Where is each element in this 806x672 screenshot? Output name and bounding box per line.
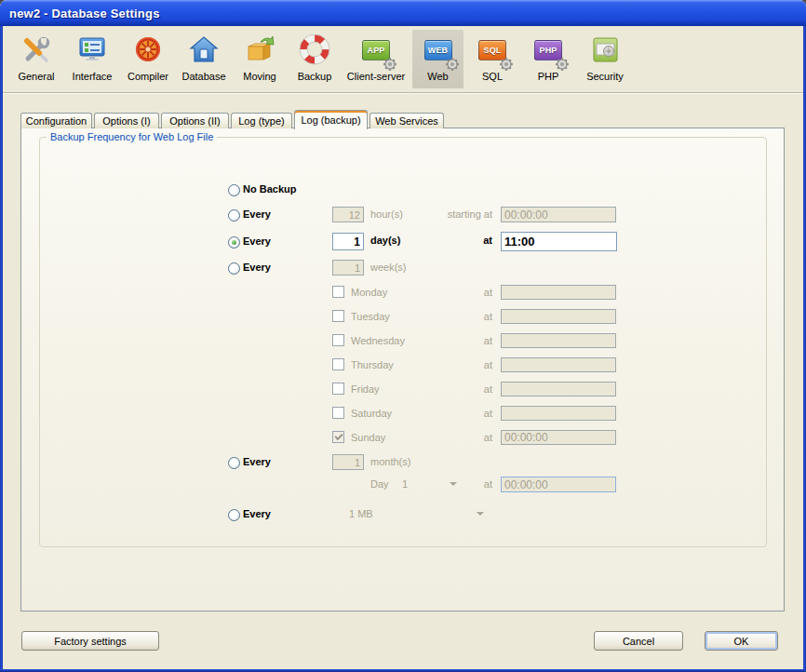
at-label: at xyxy=(470,383,492,395)
day-of-month-dropdown-arrow-icon xyxy=(450,482,457,486)
sunday-time-input xyxy=(501,430,616,445)
php-badge: PHP xyxy=(539,46,557,55)
checkbox-saturday xyxy=(332,407,344,419)
every-months-label[interactable]: Every xyxy=(243,456,271,467)
monday-time-input xyxy=(501,285,616,300)
titlebar[interactable]: new2 - Database Settings xyxy=(0,0,806,26)
app-badge: APP xyxy=(367,46,384,55)
at-label: at xyxy=(470,311,492,322)
week-interval-input xyxy=(332,260,364,276)
security-disc-icon xyxy=(586,32,624,69)
at-label: at xyxy=(465,235,492,246)
tab-web-services[interactable]: Web Services xyxy=(369,113,444,128)
sql-monitor-icon: SQL xyxy=(474,32,511,69)
checkbox-sunday xyxy=(332,431,344,443)
toolbar-item-general[interactable]: General xyxy=(13,30,60,88)
tab-label: Log (type) xyxy=(238,115,285,127)
weeks-unit-label: week(s) xyxy=(370,262,407,273)
radio-every-size[interactable] xyxy=(228,509,240,521)
toolbar-item-label: Moving xyxy=(243,71,275,82)
gear-icon xyxy=(499,57,514,72)
tab-log-type[interactable]: Log (type) xyxy=(231,113,292,128)
tab-log-backup[interactable]: Log (backup) xyxy=(294,110,368,129)
day-interval-input[interactable] xyxy=(332,233,364,250)
radio-every-days[interactable] xyxy=(228,236,240,249)
web-badge: WEB xyxy=(428,46,449,55)
toolbar-item-label: Web xyxy=(427,71,448,82)
day-time-input[interactable] xyxy=(501,232,617,251)
size-dropdown-arrow-icon xyxy=(477,512,484,516)
radio-no-backup[interactable] xyxy=(228,184,240,196)
at-label: at xyxy=(470,408,492,419)
day-of-month-value: 1 xyxy=(402,478,408,490)
checkbox-tuesday xyxy=(332,310,344,322)
month-interval-input xyxy=(332,454,364,470)
hour-start-time-input xyxy=(501,207,616,222)
tab-configuration[interactable]: Configuration xyxy=(20,113,92,128)
toolbar-separator xyxy=(3,92,803,93)
hour-interval-input xyxy=(332,207,364,222)
toolbar-item-database[interactable]: Database xyxy=(177,30,231,88)
ok-button[interactable]: OK xyxy=(705,631,778,651)
tab-label: Options (I) xyxy=(102,115,150,127)
at-label: at xyxy=(470,478,492,490)
toolbar-item-web[interactable]: WEB Web xyxy=(412,30,463,88)
toolbar-item-interface[interactable]: Interface xyxy=(64,30,120,88)
tuesday-label: Tuesday xyxy=(351,311,390,322)
toolbar-item-backup[interactable]: Backup xyxy=(289,30,341,88)
friday-time-input xyxy=(501,382,616,396)
hours-unit-label: hour(s) xyxy=(370,208,403,220)
at-label: at xyxy=(470,335,492,346)
starting-at-label: starting at xyxy=(428,208,492,220)
tools-icon xyxy=(18,32,55,69)
day-of-month-label: Day xyxy=(370,478,389,490)
radio-every-hours[interactable] xyxy=(228,209,240,222)
toolbar-item-label: SQL xyxy=(482,71,503,82)
radio-every-weeks[interactable] xyxy=(228,262,240,275)
factory-settings-button[interactable]: Factory settings xyxy=(21,631,159,651)
tab-bar: Configuration Options (I) Options (II) L… xyxy=(0,109,806,129)
every-size-label[interactable]: Every xyxy=(243,508,271,519)
gear-icon xyxy=(445,57,460,72)
toolbar-item-label: Database xyxy=(181,71,225,82)
every-days-label[interactable]: Every xyxy=(243,235,271,247)
wednesday-time-input xyxy=(501,333,616,348)
wednesday-label: Wednesday xyxy=(351,335,405,346)
checkbox-wednesday xyxy=(332,334,344,346)
moving-box-icon xyxy=(241,32,278,69)
compiler-wheel-icon xyxy=(129,32,167,69)
lifebuoy-icon xyxy=(296,32,333,69)
toolbar-item-label: Interface xyxy=(73,71,113,82)
saturday-label: Saturday xyxy=(351,408,392,419)
tab-label: Log (backup) xyxy=(301,114,360,126)
toolbar-item-sql[interactable]: SQL SQL xyxy=(468,30,517,88)
backup-frequency-group-title: Backup Frequency for Web Log File xyxy=(47,131,217,142)
php-monitor-icon: PHP xyxy=(530,32,567,69)
toolbar-item-php[interactable]: PHP PHP xyxy=(524,30,572,88)
toolbar-item-client-server[interactable]: APP Client-server xyxy=(343,30,410,88)
radio-every-months[interactable] xyxy=(228,457,240,469)
tab-options-1[interactable]: Options (I) xyxy=(94,113,159,128)
saturday-time-input xyxy=(501,406,616,421)
every-hours-label[interactable]: Every xyxy=(243,208,271,220)
tab-options-2[interactable]: Options (II) xyxy=(161,113,229,128)
no-backup-label[interactable]: No Backup xyxy=(243,183,296,195)
at-label: at xyxy=(470,432,492,443)
toolbar-item-security[interactable]: Security xyxy=(578,30,632,88)
checkbox-monday xyxy=(332,286,344,298)
database-home-icon xyxy=(185,32,222,69)
toolbar: General Interface xyxy=(3,26,803,91)
web-monitor-icon: WEB xyxy=(420,32,457,69)
every-weeks-label[interactable]: Every xyxy=(243,262,271,273)
thursday-time-input xyxy=(501,357,616,372)
monday-label: Monday xyxy=(351,287,387,298)
database-settings-dialog: new2 - Database Settings General xyxy=(0,0,806,672)
toolbar-item-label: Backup xyxy=(298,71,332,82)
sunday-label: Sunday xyxy=(351,432,385,443)
client-server-monitor-icon: APP xyxy=(357,32,395,69)
tab-label: Web Services xyxy=(375,115,438,127)
toolbar-item-compiler[interactable]: Compiler xyxy=(122,30,174,88)
month-time-input xyxy=(501,477,616,492)
cancel-button[interactable]: Cancel xyxy=(594,631,683,651)
toolbar-item-moving[interactable]: Moving xyxy=(235,30,285,88)
